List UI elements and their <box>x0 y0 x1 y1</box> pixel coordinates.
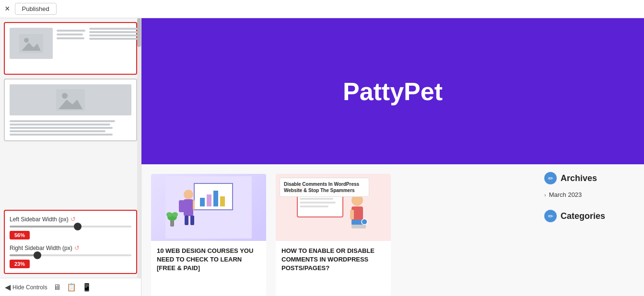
layout-option-2[interactable] <box>4 79 137 141</box>
svg-rect-10 <box>213 191 218 206</box>
svg-rect-15 <box>193 200 195 210</box>
archives-chevron-icon: › <box>544 192 546 198</box>
post-1-body: 10 WEB DESIGN COURSES YOU NEED TO CHECK … <box>151 241 266 279</box>
sidebar-right: ✏ Archives › March 2023 ✏ Categories <box>539 164 644 296</box>
left-panel: Left Sidebar Width (px) ↺ 56% Right Side… <box>0 18 141 296</box>
hero-section: PattyPet <box>141 18 644 164</box>
layout-option-1[interactable] <box>4 22 137 75</box>
svg-rect-14 <box>179 200 185 212</box>
left-sidebar-slider-thumb[interactable] <box>74 223 82 230</box>
main-layout: Left Sidebar Width (px) ↺ 56% Right Side… <box>0 18 644 296</box>
svg-point-4 <box>62 93 68 99</box>
right-sidebar-width-control: Right Sidebar Width (px) ↺ 23% <box>10 244 131 268</box>
layout-1-image-placeholder <box>10 28 53 59</box>
svg-point-1 <box>24 38 29 43</box>
svg-rect-27 <box>300 202 336 204</box>
hide-controls-arrow-icon: ◀ <box>5 283 11 292</box>
layout-options-list <box>0 18 141 210</box>
left-sidebar-value-badge: 56% <box>10 231 30 239</box>
categories-widget-icon: ✏ <box>544 210 557 222</box>
post-1-title: 10 WEB DESIGN COURSES YOU NEED TO CHECK … <box>157 247 260 273</box>
svg-rect-32 <box>350 210 354 219</box>
top-bar: × Published <box>0 0 644 18</box>
categories-widget-title: Categories <box>561 211 605 221</box>
layout-2-lines <box>10 120 131 136</box>
right-sidebar-slider-thumb[interactable] <box>34 251 41 259</box>
svg-rect-9 <box>207 194 211 206</box>
post-2-overlay-title: Disable Comments In WordPress Website & … <box>280 178 369 197</box>
left-sidebar-width-label: Left Sidebar Width (px) ↺ <box>10 216 131 223</box>
archives-widget-title: Archives <box>561 173 597 183</box>
layout-1-lines-right <box>57 28 85 59</box>
svg-point-21 <box>172 212 178 217</box>
post-card-1[interactable]: 10 WEB DESIGN COURSES YOU NEED TO CHECK … <box>151 174 266 296</box>
mobile-icon[interactable]: 📱 <box>82 283 92 292</box>
svg-point-20 <box>166 212 172 217</box>
svg-point-35 <box>362 219 367 225</box>
svg-rect-28 <box>300 205 328 207</box>
archives-widget-header: ✏ Archives <box>544 172 638 184</box>
svg-rect-8 <box>200 198 205 206</box>
post-card-2[interactable]: Disable Comments In WordPress Website & … <box>276 174 391 296</box>
categories-widget: ✏ Categories <box>544 210 638 222</box>
archives-widget-icon: ✏ <box>544 172 557 184</box>
svg-point-12 <box>184 190 193 199</box>
post-2-title: HOW TO ENABLE OR DISABLE COMMENTS IN WOR… <box>281 247 385 273</box>
bottom-controls: ◀ Hide Controls 🖥 📋 📱 <box>0 278 141 296</box>
controls-section: Left Sidebar Width (px) ↺ 56% Right Side… <box>4 210 137 274</box>
svg-rect-11 <box>220 196 225 206</box>
scroll-thumb[interactable] <box>137 18 141 47</box>
scroll-indicator <box>137 18 141 278</box>
posts-area: 10 WEB DESIGN COURSES YOU NEED TO CHECK … <box>141 164 644 296</box>
svg-rect-17 <box>190 216 194 225</box>
left-sidebar-reset-icon[interactable]: ↺ <box>70 216 76 223</box>
content-area: PattyPet <box>141 18 644 296</box>
desktop-icon[interactable]: 🖥 <box>53 283 61 292</box>
published-button[interactable]: Published <box>15 3 57 15</box>
archives-item-march-2023[interactable]: › March 2023 <box>544 189 638 200</box>
layout-1-lines-bottom <box>89 28 141 40</box>
left-sidebar-slider-track <box>10 226 131 228</box>
posts-grid: 10 WEB DESIGN COURSES YOU NEED TO CHECK … <box>141 164 539 296</box>
svg-rect-13 <box>184 199 193 216</box>
layout-2-image-placeholder <box>10 84 131 115</box>
archives-widget: ✏ Archives › March 2023 <box>544 172 638 200</box>
close-button[interactable]: × <box>5 4 10 14</box>
hero-title: PattyPet <box>343 77 443 106</box>
right-sidebar-slider-track <box>10 254 131 256</box>
post-1-thumbnail <box>151 174 266 241</box>
archives-item-label: March 2023 <box>549 191 582 198</box>
post-2-thumbnail-wrapper: Disable Comments In WordPress Website & … <box>276 174 391 241</box>
left-sidebar-width-control: Left Sidebar Width (px) ↺ 56% <box>10 216 131 239</box>
categories-widget-header: ✏ Categories <box>544 210 638 222</box>
right-sidebar-width-label: Right Sidebar Width (px) ↺ <box>10 244 131 251</box>
tablet-icon[interactable]: 📋 <box>67 283 76 292</box>
left-sidebar-slider-fill <box>10 226 78 228</box>
hide-controls-button[interactable]: ◀ Hide Controls <box>5 283 47 292</box>
post-2-body: HOW TO ENABLE OR DISABLE COMMENTS IN WOR… <box>276 241 391 279</box>
right-sidebar-value-badge: 23% <box>10 260 30 268</box>
svg-rect-26 <box>300 198 333 200</box>
right-sidebar-reset-icon[interactable]: ↺ <box>74 244 80 251</box>
svg-rect-16 <box>185 216 188 225</box>
